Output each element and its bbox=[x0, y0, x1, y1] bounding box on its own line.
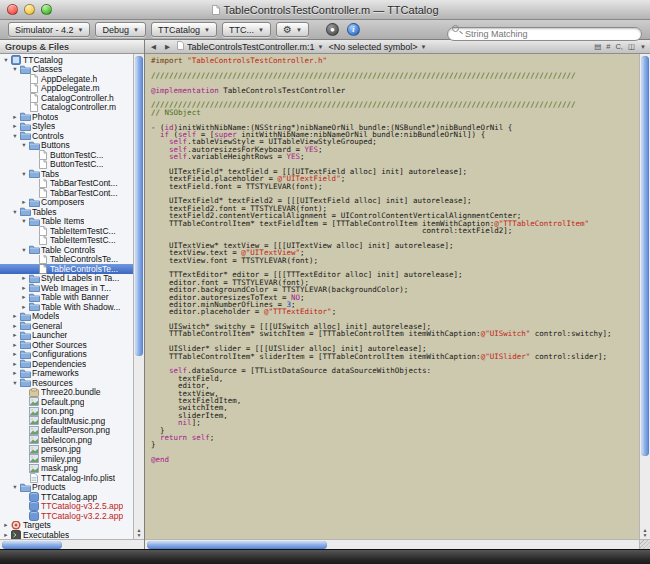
disclosure-closed-icon[interactable]: ▸ bbox=[11, 332, 19, 339]
minimize-window-button[interactable] bbox=[24, 4, 35, 15]
overview-popup-sdk[interactable]: Simulator - 4.2 ▼ bbox=[8, 22, 90, 37]
disclosure-closed-icon[interactable]: ▸ bbox=[20, 275, 28, 282]
disclosure-closed-icon[interactable]: ▸ bbox=[2, 532, 10, 539]
sidebar-horizontal-scrollbar[interactable] bbox=[0, 539, 144, 549]
disclosure-open-icon[interactable]: ▾ bbox=[20, 247, 28, 254]
sidebar-item-styles[interactable]: ▸Styles bbox=[0, 122, 133, 132]
sidebar-item-tabbartestcont[interactable]: TabBarTestCont... bbox=[0, 188, 133, 198]
sidebar-item-ttcatalog-info-plist[interactable]: TTCatalog-Info.plist bbox=[0, 473, 133, 483]
disclosure-open-icon[interactable]: ▾ bbox=[11, 133, 19, 140]
sidebar-vertical-scrollbar[interactable]: ▲▼ bbox=[133, 54, 144, 539]
overview-popup-target[interactable]: TTCatalog ▼ bbox=[151, 22, 217, 37]
sidebar-item-executables[interactable]: ▸Executables bbox=[0, 530, 133, 539]
sidebar-item-appdelegate-h[interactable]: AppDelegate.h bbox=[0, 74, 133, 84]
sidebar-item-tabs[interactable]: ▾Tabs bbox=[0, 169, 133, 179]
resize-grip[interactable] bbox=[639, 540, 650, 549]
sidebar-item-icon-png[interactable]: Icon.png bbox=[0, 407, 133, 417]
document-proxy-icon[interactable] bbox=[212, 1, 220, 19]
overview-popup-configuration[interactable]: Debug ▼ bbox=[95, 22, 145, 37]
scrollbar-thumb[interactable] bbox=[147, 541, 327, 549]
sidebar-item-default-png[interactable]: Default.png bbox=[0, 397, 133, 407]
sidebar-item-appdelegate-m[interactable]: AppDelegate.m bbox=[0, 84, 133, 94]
sidebar-item-three20-bundle[interactable]: Three20.bundle bbox=[0, 388, 133, 398]
sidebar-item-table-controls[interactable]: ▾Table Controls bbox=[0, 245, 133, 255]
disclosure-closed-icon[interactable]: ▸ bbox=[11, 351, 19, 358]
disclosure-closed-icon[interactable]: ▸ bbox=[11, 370, 19, 377]
breakpoints-icon[interactable]: # bbox=[606, 42, 610, 51]
sidebar-header[interactable]: Groups & Files bbox=[0, 40, 144, 54]
sidebar-item-tableitemtestc[interactable]: TableItemTestC... bbox=[0, 226, 133, 236]
disclosure-closed-icon[interactable]: ▸ bbox=[11, 313, 19, 320]
disclosure-closed-icon[interactable]: ▸ bbox=[11, 323, 19, 330]
file-history-popup[interactable]: TableControlsTestController.m:1 ▼ bbox=[177, 41, 324, 52]
disclosure-closed-icon[interactable]: ▸ bbox=[11, 114, 19, 121]
disclosure-closed-icon[interactable]: ▸ bbox=[2, 522, 10, 529]
sidebar-item-buttons[interactable]: ▾Buttons bbox=[0, 141, 133, 151]
sidebar-item-configurations[interactable]: ▸Configurations bbox=[0, 350, 133, 360]
disclosure-closed-icon[interactable]: ▸ bbox=[20, 199, 28, 206]
sidebar-item-table-items[interactable]: ▾Table Items bbox=[0, 217, 133, 227]
sidebar-item-catalogcontroller-m[interactable]: CatalogController.m bbox=[0, 103, 133, 113]
info-icon[interactable]: i bbox=[347, 23, 360, 36]
sidebar-item-tables[interactable]: ▾Tables bbox=[0, 207, 133, 217]
sidebar-item-smiley-png[interactable]: smiley.png bbox=[0, 454, 133, 464]
disclosure-closed-icon[interactable]: ▸ bbox=[11, 361, 19, 368]
sidebar-item-dependencies[interactable]: ▸Dependencies bbox=[0, 359, 133, 369]
disclosure-open-icon[interactable]: ▾ bbox=[20, 218, 28, 225]
scrollbar-thumb[interactable] bbox=[2, 541, 62, 549]
sidebar-item-tablecontrolste[interactable]: TableControlsTe... bbox=[0, 264, 133, 274]
editor-horizontal-scrollbar[interactable] bbox=[145, 539, 650, 549]
disclosure-open-icon[interactable]: ▾ bbox=[20, 171, 28, 178]
overview-popup-executable[interactable]: TTC... ▼ bbox=[222, 22, 271, 37]
sidebar-item-general[interactable]: ▸General bbox=[0, 321, 133, 331]
scrollbar-arrows[interactable]: ▲▼ bbox=[134, 528, 144, 538]
forward-button[interactable]: ▶ bbox=[163, 43, 172, 51]
action-popup[interactable]: ⚙ ▼ bbox=[276, 22, 309, 37]
disclosure-open-icon[interactable]: ▾ bbox=[20, 142, 28, 149]
tasks-icon[interactable]: ● bbox=[326, 23, 339, 36]
sidebar-item-models[interactable]: ▸Models bbox=[0, 312, 133, 322]
sidebar-item-person-jpg[interactable]: person.jpg bbox=[0, 445, 133, 455]
sidebar-item-ttcatalog-app[interactable]: TTCatalog.app bbox=[0, 492, 133, 502]
sidebar-item-table-with-banner[interactable]: ▸Table with Banner bbox=[0, 293, 133, 303]
split-editor-icon[interactable]: ◫ bbox=[628, 42, 635, 51]
sidebar-item-buttontestc[interactable]: ButtonTestC... bbox=[0, 150, 133, 160]
sidebar-item-tableicon-png[interactable]: tableIcon.png bbox=[0, 435, 133, 445]
sidebar-item-ttcatalog-v3-2-2-app[interactable]: TTCatalog-v3.2.2.app bbox=[0, 511, 133, 521]
sidebar-item-table-with-shadow[interactable]: ▸Table With Shadow... bbox=[0, 302, 133, 312]
sidebar-item-frameworks[interactable]: ▸Frameworks bbox=[0, 369, 133, 379]
sidebar-item-mask-png[interactable]: mask.png bbox=[0, 464, 133, 474]
sidebar-item-ttcatalog[interactable]: ▾TTCatalog bbox=[0, 55, 133, 65]
sidebar-item-tablecontrolste[interactable]: TableControlsTe... bbox=[0, 255, 133, 265]
disclosure-open-icon[interactable]: ▾ bbox=[11, 209, 19, 216]
chevron-down-icon[interactable]: ▼ bbox=[640, 44, 646, 50]
search-input[interactable] bbox=[447, 27, 642, 41]
disclosure-closed-icon[interactable]: ▸ bbox=[20, 304, 28, 311]
scrollbar-arrows[interactable]: ▲▼ bbox=[640, 528, 650, 538]
sidebar-item-catalogcontroller-h[interactable]: CatalogController.h bbox=[0, 93, 133, 103]
counterpart-icon[interactable]: C, bbox=[615, 42, 623, 51]
close-window-button[interactable] bbox=[7, 4, 18, 15]
scrollbar-thumb[interactable] bbox=[135, 56, 143, 356]
sidebar-item-resources[interactable]: ▾Resources bbox=[0, 378, 133, 388]
sidebar-item-other-sources[interactable]: ▸Other Sources bbox=[0, 340, 133, 350]
disclosure-open-icon[interactable]: ▾ bbox=[11, 484, 19, 491]
back-button[interactable]: ◀ bbox=[149, 43, 158, 51]
sidebar-item-styled-labels-in-ta[interactable]: ▸Styled Labels in Ta... bbox=[0, 274, 133, 284]
disclosure-closed-icon[interactable]: ▸ bbox=[11, 342, 19, 349]
sidebar-item-web-images-in-t[interactable]: ▸Web Images in T... bbox=[0, 283, 133, 293]
zoom-window-button[interactable] bbox=[41, 4, 52, 15]
disclosure-closed-icon[interactable]: ▸ bbox=[20, 285, 28, 292]
sidebar-item-buttontestc[interactable]: ButtonTestC... bbox=[0, 160, 133, 170]
sidebar-item-tabbartestcont[interactable]: TabBarTestCont... bbox=[0, 179, 133, 189]
scrollbar-thumb[interactable] bbox=[641, 56, 649, 456]
symbol-popup[interactable]: <No selected symbol> ▼ bbox=[329, 42, 427, 52]
sidebar-item-controls[interactable]: ▾Controls bbox=[0, 131, 133, 141]
disclosure-open-icon[interactable]: ▾ bbox=[2, 57, 10, 64]
code-editor[interactable]: #import "TableControlsTestController.h" … bbox=[145, 54, 639, 539]
sidebar-item-composers[interactable]: ▸Composers bbox=[0, 198, 133, 208]
title-bar[interactable]: TableControlsTestController.m — TTCatalo… bbox=[0, 0, 650, 20]
bookmark-icon[interactable]: ▤ bbox=[594, 42, 601, 51]
search-field[interactable] bbox=[447, 23, 642, 37]
sidebar-item-defaultmusic-png[interactable]: defaultMusic.png bbox=[0, 416, 133, 426]
